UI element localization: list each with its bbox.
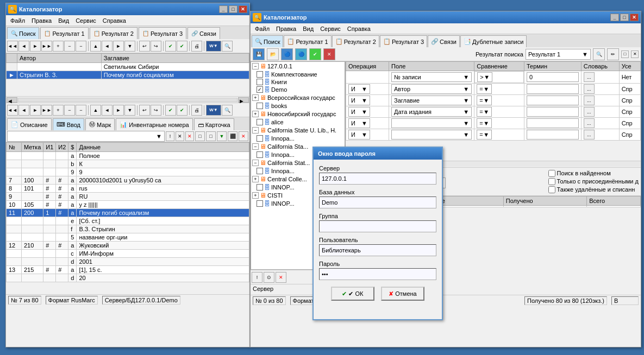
chk-2[interactable] <box>257 79 263 85</box>
search-extra4[interactable]: ⬛ <box>228 131 237 141</box>
chk-deleted[interactable]: Также удалённые и списанн <box>548 186 639 193</box>
marc-row[interactable]: aПолное <box>7 152 249 160</box>
tb-maximize-area[interactable]: □ <box>621 50 629 58</box>
nav2-down[interactable]: ▼ <box>124 105 135 116</box>
maximize-btn-left[interactable]: □ <box>229 5 237 13</box>
nav2-ok1[interactable]: ✔ <box>165 105 176 116</box>
menu-view-left[interactable]: Вид <box>55 16 72 25</box>
compare-combo-3[interactable]: = ▼ <box>477 96 492 105</box>
search-row[interactable]: № записи ▼ > ▼ <box>346 71 641 84</box>
server-field-input[interactable] <box>319 173 436 185</box>
toggle-7[interactable]: + <box>252 176 259 182</box>
result-select[interactable]: Результат 1 ▼ <box>526 49 591 60</box>
compare-combo-1[interactable]: > ▼ <box>477 72 492 82</box>
term-input-5[interactable] <box>527 118 579 128</box>
sr-op-6[interactable]: И ▼ <box>346 129 389 141</box>
search-row[interactable]: И ▼ Автор ▼ <box>346 84 641 95</box>
marc-row[interactable]: 8101##arus <box>7 185 249 193</box>
nav2-print[interactable]: 🖨 <box>191 105 202 116</box>
nav2-redo[interactable]: ↪ <box>151 105 161 116</box>
tab-r1-right[interactable]: 📋Результат 1 <box>284 35 331 47</box>
tab-input[interactable]: ⌨ Ввод <box>53 118 84 130</box>
dict-btn-3[interactable]: ... <box>584 96 595 105</box>
cancel-button[interactable]: ✘ Отмена <box>381 287 424 301</box>
op-combo-6[interactable]: И ▼ <box>348 130 370 140</box>
nav-save2[interactable]: ✔ <box>177 41 187 52</box>
marc-row[interactable]: 7100##a20000310d2001 u y0rusy50 ca <box>7 176 249 185</box>
op-combo-2[interactable]: И ▼ <box>348 84 370 94</box>
sr-compare-2[interactable]: = ▼ <box>474 84 524 95</box>
chk-deleted-input[interactable] <box>548 186 555 193</box>
search-clear-btn[interactable]: ✕ <box>176 131 184 141</box>
minimize-btn-left[interactable]: _ <box>219 5 228 13</box>
tree-db-3[interactable]: 🗄 Demo <box>255 86 345 93</box>
sr-term-6[interactable] <box>524 129 581 141</box>
search-row[interactable]: И ▼ Заглавие ▼ <box>346 95 641 106</box>
menu-view-right[interactable]: Вид <box>299 24 317 33</box>
search-combo[interactable]: ▼ <box>7 131 165 142</box>
marc-row[interactable]: fВ.З. Стрыгин <box>7 225 249 233</box>
nav-add[interactable]: + <box>53 41 64 52</box>
nav2-prev[interactable]: ◄ <box>18 105 29 116</box>
tab-result3-left[interactable]: 📋 Результат 3 <box>139 27 186 39</box>
nav2-zoom[interactable]: 🔍 <box>222 105 233 116</box>
dict-btn-2[interactable]: ... <box>584 84 595 94</box>
op-combo-5[interactable]: И ▼ <box>348 118 370 128</box>
tree-server-4[interactable]: − 🖥 California State U. Lib., H. <box>251 126 345 135</box>
nav-redo[interactable]: ↪ <box>151 41 161 52</box>
compare-combo-4[interactable]: = ▼ <box>477 107 492 117</box>
dict-btn-4[interactable]: ... <box>584 107 595 117</box>
chk-1[interactable] <box>257 71 263 78</box>
nav2-first[interactable]: ◄◄ <box>7 105 18 116</box>
marc-row[interactable]: 9##aRU <box>7 193 249 201</box>
tab-result1-left[interactable]: 📋 Результат 1 <box>40 27 88 39</box>
search-row[interactable]: И ▼ ▼ <box>346 129 641 141</box>
dict-btn-1[interactable]: ... <box>584 72 595 82</box>
sr-term-4[interactable] <box>524 106 581 118</box>
term-input-2[interactable] <box>527 84 579 94</box>
toggle-8[interactable]: + <box>252 192 259 199</box>
sr-term-5[interactable] <box>524 118 581 129</box>
nav-print[interactable]: 🖨 <box>191 41 202 52</box>
tab-card[interactable]: 🗃 Карточка <box>194 118 234 130</box>
sr-op-4[interactable]: И ▼ <box>346 106 389 118</box>
ok-button[interactable]: ✔ ✔ ОК <box>331 287 374 301</box>
tree-btn-del[interactable]: ✕ <box>276 272 286 283</box>
scroll-track[interactable] <box>18 98 237 102</box>
nav-down[interactable]: ▼ <box>124 41 135 52</box>
term-input-3[interactable] <box>527 96 579 105</box>
marc-row[interactable]: 99 <box>7 168 249 176</box>
menu-help-left[interactable]: Справка <box>99 16 129 25</box>
field-combo-5[interactable]: ▼ <box>391 118 472 128</box>
scroll-right-btn[interactable]: ► <box>238 97 249 103</box>
sr-field-3[interactable]: Заглавие ▼ <box>389 95 474 106</box>
tab-links-right[interactable]: 🔗Связи <box>428 35 460 47</box>
toggle-5[interactable]: − <box>252 143 259 150</box>
nav-prev[interactable]: ◄ <box>18 41 29 52</box>
menu-edit-left[interactable]: Правка <box>28 16 55 25</box>
compare-combo-2[interactable]: = ▼ <box>477 84 492 94</box>
marc-row[interactable]: bК <box>7 160 249 168</box>
sr-op-2[interactable]: И ▼ <box>346 84 389 95</box>
tab-r3-right[interactable]: 📋Результат 3 <box>380 35 427 47</box>
sr-op-3[interactable]: И ▼ <box>346 95 389 106</box>
menu-service-left[interactable]: Сервис <box>72 16 99 25</box>
marc-row[interactable]: d20 <box>7 274 249 282</box>
menu-file-right[interactable]: Файл <box>252 24 273 33</box>
chk-4[interactable] <box>257 103 263 109</box>
field-combo-2[interactable]: Автор ▼ <box>391 84 472 94</box>
table-row[interactable]: ► Стрыгин В. З. Почему погиб социализм <box>7 71 249 79</box>
nav2-add[interactable]: + <box>53 105 64 116</box>
chk-search-found[interactable]: Поиск в найденном <box>548 170 639 177</box>
tb-binoculars[interactable]: 🔍 <box>593 48 605 60</box>
term-input-4[interactable] <box>527 107 579 117</box>
search-extra2[interactable]: □ <box>206 131 216 141</box>
nav2-del2[interactable]: − <box>76 105 86 116</box>
nav2-up[interactable]: ▲ <box>90 105 101 116</box>
scroll-left-btn[interactable]: ◄ <box>7 97 17 103</box>
compare-combo-6[interactable]: = ▼ <box>477 130 492 140</box>
sr-term-1[interactable] <box>524 71 581 84</box>
nav-last[interactable]: ►► <box>41 41 52 52</box>
chk-9[interactable] <box>257 184 263 191</box>
search-row[interactable]: И ▼ ▼ <box>346 118 641 129</box>
